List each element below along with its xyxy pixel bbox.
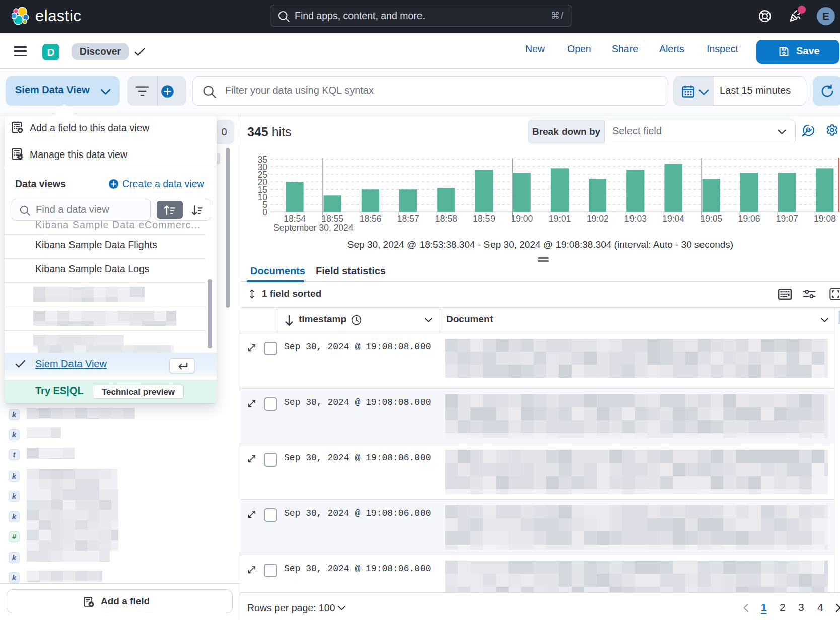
svg-text:19:03: 19:03 [624,214,647,224]
svg-text:19:06: 19:06 [738,214,760,224]
svg-text:18:56: 18:56 [360,214,382,224]
svg-text:19:02: 19:02 [587,214,609,224]
svg-text:19:04: 19:04 [662,214,684,224]
svg-text:18:59: 18:59 [473,214,495,224]
svg-text:19:08: 19:08 [814,214,836,224]
svg-text:September 30, 2024: September 30, 2024 [273,223,354,233]
svg-text:19:07: 19:07 [776,214,798,224]
svg-text:18:57: 18:57 [397,214,419,224]
svg-text:35: 35 [258,154,267,165]
svg-text:19:01: 19:01 [549,214,571,224]
svg-text:18:55: 18:55 [322,214,344,224]
svg-text:19:00: 19:00 [511,214,533,224]
svg-text:19:05: 19:05 [701,214,723,224]
svg-text:18:54: 18:54 [284,214,306,224]
svg-text:18:58: 18:58 [435,214,457,224]
